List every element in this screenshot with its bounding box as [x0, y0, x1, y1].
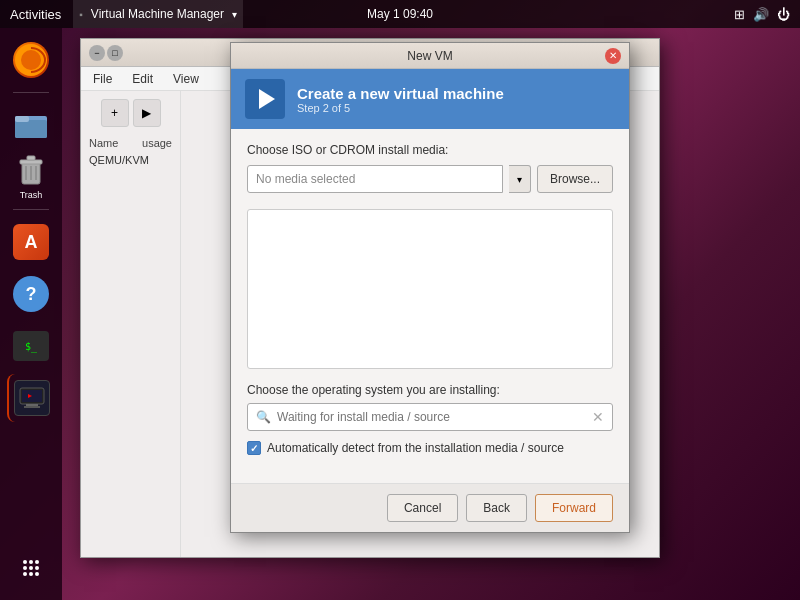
- datetime: May 1 09:40: [367, 7, 433, 21]
- svg-point-1: [21, 50, 41, 70]
- col-name: Name: [89, 137, 118, 149]
- media-select-row: No media selected ▾ Browse...: [247, 165, 613, 193]
- play-triangle-icon: [259, 89, 275, 109]
- back-button[interactable]: Back: [466, 494, 527, 522]
- svg-point-18: [35, 560, 39, 564]
- sidebar-btn-new[interactable]: +: [101, 99, 129, 127]
- dock: Trash A ? $_: [0, 28, 62, 600]
- choose-media-label: Choose ISO or CDROM install media:: [247, 143, 613, 157]
- svg-point-22: [23, 572, 27, 576]
- dock-icon-help[interactable]: ?: [7, 270, 55, 318]
- svg-rect-7: [27, 156, 35, 160]
- desktop: Activities ▪ Virtual Machine Manager ▾ M…: [0, 0, 800, 600]
- svg-point-24: [35, 572, 39, 576]
- svg-rect-4: [15, 116, 29, 122]
- svg-rect-14: [26, 404, 38, 406]
- choose-os-label: Choose the operating system you are inst…: [247, 383, 613, 397]
- topbar: Activities ▪ Virtual Machine Manager ▾ M…: [0, 0, 800, 28]
- browse-button[interactable]: Browse...: [537, 165, 613, 193]
- trash-label: Trash: [20, 190, 43, 200]
- cancel-button[interactable]: Cancel: [387, 494, 458, 522]
- power-icon[interactable]: ⏻: [777, 7, 790, 22]
- vmm-minimize-button[interactable]: −: [89, 45, 105, 61]
- dropdown-arrow-button[interactable]: ▾: [509, 165, 531, 193]
- firefox-icon: [13, 42, 49, 78]
- menu-view[interactable]: View: [167, 70, 205, 88]
- media-dropdown[interactable]: No media selected: [247, 165, 503, 193]
- media-area: [247, 209, 613, 369]
- checkbox-check-icon: ✓: [250, 443, 258, 454]
- vmm-topbar-button[interactable]: ▪ Virtual Machine Manager ▾: [73, 0, 243, 28]
- sidebar-item-qemu[interactable]: QEMU/KVM: [85, 151, 176, 169]
- dialog-header-text: Create a new virtual machine Step 2 of 5: [297, 85, 504, 114]
- dock-icon-software[interactable]: A: [7, 218, 55, 266]
- svg-rect-6: [20, 160, 42, 164]
- autodetect-row: ✓ Automatically detect from the installa…: [247, 441, 613, 455]
- activities-button[interactable]: Activities: [10, 7, 61, 22]
- os-search-clear-icon[interactable]: ✕: [592, 409, 604, 425]
- dock-icon-terminal[interactable]: $_: [7, 322, 55, 370]
- vmm-topbar-arrow: ▾: [232, 9, 237, 20]
- dialog-footer: Cancel Back Forward: [231, 483, 629, 532]
- dialog-header: Create a new virtual machine Step 2 of 5: [231, 69, 629, 129]
- dock-icon-trash[interactable]: Trash: [7, 153, 55, 201]
- dock-divider-1: [13, 92, 49, 93]
- autodetect-label: Automatically detect from the installati…: [267, 441, 564, 455]
- svg-point-21: [35, 566, 39, 570]
- dialog-body: Choose ISO or CDROM install media: No me…: [231, 129, 629, 483]
- dock-icon-files[interactable]: [7, 101, 55, 149]
- svg-point-16: [23, 560, 27, 564]
- autodetect-checkbox[interactable]: ✓: [247, 441, 261, 455]
- svg-rect-15: [24, 406, 40, 408]
- new-vm-dialog: New VM ✕ Create a new virtual machine St…: [230, 42, 630, 533]
- os-search-row[interactable]: 🔍 ✕: [247, 403, 613, 431]
- terminal-icon: $_: [13, 331, 49, 361]
- network-icon: ⊞: [734, 7, 745, 22]
- svg-point-17: [29, 560, 33, 564]
- dock-icon-firefox[interactable]: [7, 36, 55, 84]
- dock-divider-2: [13, 209, 49, 210]
- svg-point-20: [29, 566, 33, 570]
- dialog-titlebar: New VM ✕: [231, 43, 629, 69]
- dialog-header-icon: [245, 79, 285, 119]
- vmm-topbar-label: Virtual Machine Manager: [91, 7, 224, 21]
- vmm-dock-icon-shape: [14, 380, 50, 416]
- svg-rect-3: [15, 120, 47, 138]
- volume-icon[interactable]: 🔊: [753, 7, 769, 22]
- col-usage: usage: [142, 137, 172, 149]
- dialog-header-title: Create a new virtual machine: [297, 85, 504, 102]
- os-search-input[interactable]: [277, 410, 592, 424]
- os-search-icon: 🔍: [256, 410, 271, 424]
- vmm-window-controls: − □: [89, 45, 123, 61]
- dialog-title: New VM: [255, 49, 605, 63]
- dialog-close-button[interactable]: ✕: [605, 48, 621, 64]
- menu-edit[interactable]: Edit: [126, 70, 159, 88]
- dock-apps-button[interactable]: [19, 556, 43, 580]
- vmm-sidebar: + ▶ Name usage QEMU/KVM: [81, 91, 181, 557]
- dock-icon-vmm[interactable]: [7, 374, 55, 422]
- software-icon: A: [13, 224, 49, 260]
- forward-button[interactable]: Forward: [535, 494, 613, 522]
- no-media-text: No media selected: [256, 172, 355, 186]
- menu-file[interactable]: File: [87, 70, 118, 88]
- svg-point-19: [23, 566, 27, 570]
- help-icon: ?: [13, 276, 49, 312]
- vmm-maximize-button[interactable]: □: [107, 45, 123, 61]
- dialog-header-step: Step 2 of 5: [297, 102, 504, 114]
- svg-point-23: [29, 572, 33, 576]
- sidebar-btn-open[interactable]: ▶: [133, 99, 161, 127]
